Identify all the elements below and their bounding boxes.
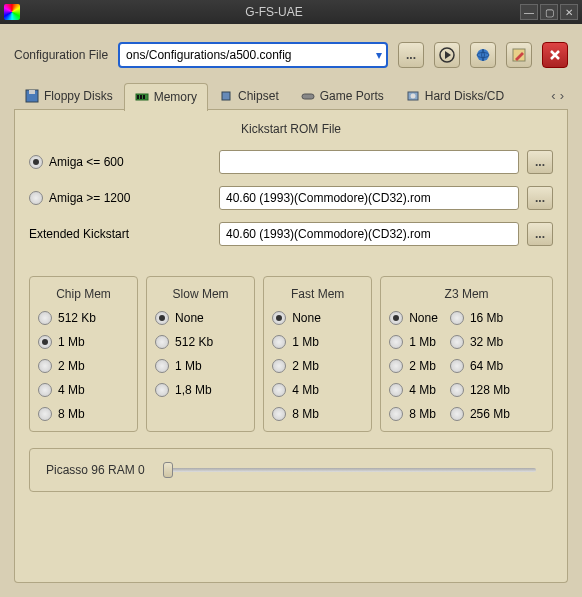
radio-label: 8 Mb (292, 407, 319, 421)
browse-config-button[interactable]: ... (398, 42, 424, 68)
radio-label: 512 Kb (58, 311, 96, 325)
radio-slow-mem[interactable] (155, 383, 169, 397)
fast-mem-title: Fast Mem (272, 287, 363, 301)
tab-label: Hard Disks/CD (425, 89, 504, 103)
radio-chip-mem[interactable] (38, 335, 52, 349)
slow-mem-option[interactable]: 512 Kb (155, 335, 246, 349)
radio-z3-mem[interactable] (450, 311, 464, 325)
config-file-combo[interactable]: ons/Configurations/a500.config ▾ (118, 42, 388, 68)
radio-chip-mem[interactable] (38, 407, 52, 421)
radio-z3-mem[interactable] (450, 383, 464, 397)
tab-label: Memory (154, 90, 197, 104)
web-button[interactable] (470, 42, 496, 68)
radio-slow-mem[interactable] (155, 359, 169, 373)
radio-slow-mem[interactable] (155, 311, 169, 325)
z3-mem-option[interactable]: 32 Mb (450, 335, 510, 349)
radio-label: 1 Mb (175, 359, 202, 373)
extended-rom-input[interactable]: 40.60 (1993)(Commodore)(CD32).rom (219, 222, 519, 246)
radio-z3-mem[interactable] (450, 335, 464, 349)
radio-amiga1200[interactable] (29, 191, 43, 205)
chip-mem-option[interactable]: 1 Mb (38, 335, 129, 349)
tab-hard-disks[interactable]: Hard Disks/CD (395, 82, 515, 110)
radio-fast-mem[interactable] (272, 407, 286, 421)
chip-mem-group: Chip Mem 512 Kb1 Mb2 Mb4 Mb8 Mb (29, 276, 138, 432)
radio-z3-mem[interactable] (389, 407, 403, 421)
slow-mem-option[interactable]: None (155, 311, 246, 325)
minimize-button[interactable]: — (520, 4, 538, 20)
browse-extended-button[interactable]: ... (527, 222, 553, 246)
fast-mem-option[interactable]: 8 Mb (272, 407, 363, 421)
radio-label: 256 Mb (470, 407, 510, 421)
radio-z3-mem[interactable] (450, 359, 464, 373)
radio-label: 2 Mb (292, 359, 319, 373)
z3-mem-option[interactable]: 64 Mb (450, 359, 510, 373)
radio-label: None (409, 311, 438, 325)
amiga600-rom-input[interactable] (219, 150, 519, 174)
radio-z3-mem[interactable] (389, 359, 403, 373)
z3-mem-option[interactable]: 1 Mb (389, 335, 438, 349)
ellipsis-icon: ... (535, 155, 545, 169)
radio-chip-mem[interactable] (38, 359, 52, 373)
rom-section-title: Kickstart ROM File (29, 122, 553, 136)
browse-amiga1200-button[interactable]: ... (527, 186, 553, 210)
radio-z3-mem[interactable] (389, 335, 403, 349)
browse-amiga600-button[interactable]: ... (527, 150, 553, 174)
z3-mem-option[interactable]: 8 Mb (389, 407, 438, 421)
radio-fast-mem[interactable] (272, 359, 286, 373)
chip-mem-option[interactable]: 2 Mb (38, 359, 129, 373)
radio-fast-mem[interactable] (272, 311, 286, 325)
quit-button[interactable] (542, 42, 568, 68)
globe-icon (475, 47, 491, 63)
z3-mem-option[interactable]: 16 Mb (450, 311, 510, 325)
svg-rect-11 (222, 92, 230, 100)
radio-label: 8 Mb (58, 407, 85, 421)
radio-slow-mem[interactable] (155, 335, 169, 349)
fast-mem-option[interactable]: 1 Mb (272, 335, 363, 349)
z3-mem-option[interactable]: 128 Mb (450, 383, 510, 397)
tab-game-ports[interactable]: Game Ports (290, 82, 395, 110)
harddisk-icon (406, 89, 420, 103)
app-icon (4, 4, 20, 20)
chip-mem-option[interactable]: 4 Mb (38, 383, 129, 397)
close-window-button[interactable]: ✕ (560, 4, 578, 20)
tab-chipset[interactable]: Chipset (208, 82, 290, 110)
z3-mem-option[interactable]: None (389, 311, 438, 325)
picasso-slider[interactable] (163, 468, 536, 472)
tab-scroll-left[interactable]: ‹ (551, 88, 555, 103)
amiga1200-rom-input[interactable]: 40.60 (1993)(Commodore)(CD32).rom (219, 186, 519, 210)
svg-rect-8 (137, 95, 139, 99)
tab-scroll-right[interactable]: › (560, 88, 564, 103)
svg-point-2 (477, 49, 489, 61)
fast-mem-option[interactable]: 4 Mb (272, 383, 363, 397)
memory-groups: Chip Mem 512 Kb1 Mb2 Mb4 Mb8 Mb Slow Mem… (29, 276, 553, 432)
radio-z3-mem[interactable] (450, 407, 464, 421)
tab-label: Floppy Disks (44, 89, 113, 103)
radio-amiga600[interactable] (29, 155, 43, 169)
svg-rect-9 (140, 95, 142, 99)
z3-mem-option[interactable]: 256 Mb (450, 407, 510, 421)
fast-mem-option[interactable]: 2 Mb (272, 359, 363, 373)
tab-memory[interactable]: Memory (124, 83, 208, 111)
radio-chip-mem[interactable] (38, 383, 52, 397)
titlebar[interactable]: G-FS-UAE — ▢ ✕ (0, 0, 582, 24)
play-button[interactable] (434, 42, 460, 68)
tab-floppy-disks[interactable]: Floppy Disks (14, 82, 124, 110)
radio-label: 512 Kb (175, 335, 213, 349)
radio-fast-mem[interactable] (272, 335, 286, 349)
maximize-button[interactable]: ▢ (540, 4, 558, 20)
radio-z3-mem[interactable] (389, 311, 403, 325)
radio-label: 16 Mb (470, 311, 503, 325)
slow-mem-option[interactable]: 1 Mb (155, 359, 246, 373)
radio-label: 1 Mb (292, 335, 319, 349)
radio-z3-mem[interactable] (389, 383, 403, 397)
slider-thumb[interactable] (163, 462, 173, 478)
slow-mem-option[interactable]: 1,8 Mb (155, 383, 246, 397)
fast-mem-option[interactable]: None (272, 311, 363, 325)
z3-mem-option[interactable]: 4 Mb (389, 383, 438, 397)
z3-mem-option[interactable]: 2 Mb (389, 359, 438, 373)
radio-fast-mem[interactable] (272, 383, 286, 397)
edit-button[interactable] (506, 42, 532, 68)
chip-mem-option[interactable]: 512 Kb (38, 311, 129, 325)
chip-mem-option[interactable]: 8 Mb (38, 407, 129, 421)
radio-chip-mem[interactable] (38, 311, 52, 325)
